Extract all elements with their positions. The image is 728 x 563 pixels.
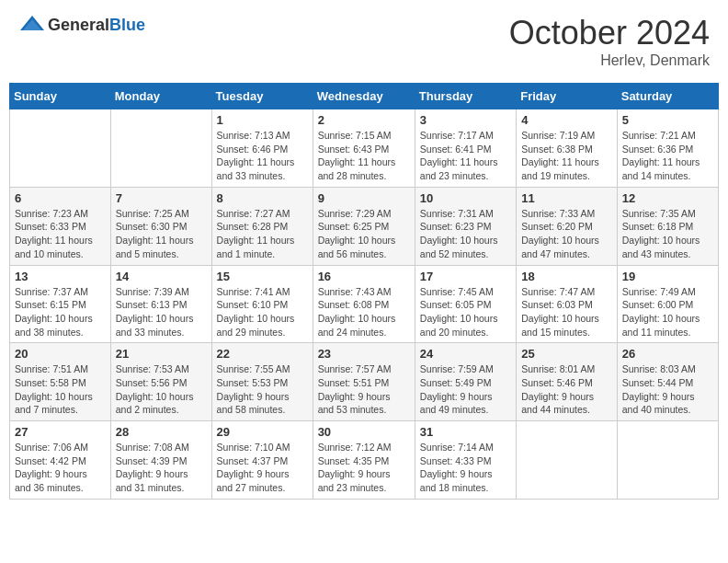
day-number: 10 (420, 191, 511, 205)
calendar-cell: 31Sunrise: 7:14 AM Sunset: 4:33 PM Dayli… (415, 421, 516, 500)
day-info: Sunrise: 7:53 AM Sunset: 5:56 PM Dayligh… (116, 362, 207, 417)
day-info: Sunrise: 7:29 AM Sunset: 6:25 PM Dayligh… (318, 207, 410, 261)
day-info: Sunrise: 7:35 AM Sunset: 6:18 PM Dayligh… (622, 207, 713, 261)
calendar-cell: 12Sunrise: 7:35 AM Sunset: 6:18 PM Dayli… (617, 187, 718, 265)
calendar-cell: 27Sunrise: 7:06 AM Sunset: 4:42 PM Dayli… (10, 421, 111, 500)
day-number: 25 (521, 347, 612, 361)
logo-text: GeneralBlue (48, 16, 145, 35)
calendar-cell: 22Sunrise: 7:55 AM Sunset: 5:53 PM Dayli… (211, 343, 313, 421)
weekday-header-saturday: Saturday (617, 84, 718, 109)
calendar-cell: 4Sunrise: 7:19 AM Sunset: 6:38 PM Daylig… (517, 109, 618, 188)
day-info: Sunrise: 7:59 AM Sunset: 5:49 PM Dayligh… (420, 362, 511, 417)
day-info: Sunrise: 7:55 AM Sunset: 5:53 PM Dayligh… (217, 362, 308, 417)
calendar-table: SundayMondayTuesdayWednesdayThursdayFrid… (9, 83, 719, 500)
day-number: 20 (15, 347, 106, 361)
calendar-week-4: 20Sunrise: 7:51 AM Sunset: 5:58 PM Dayli… (10, 343, 719, 421)
day-info: Sunrise: 7:45 AM Sunset: 6:05 PM Dayligh… (420, 285, 511, 339)
day-number: 1 (217, 113, 308, 127)
calendar-header-row: SundayMondayTuesdayWednesdayThursdayFrid… (10, 84, 719, 109)
day-number: 13 (15, 270, 106, 283)
calendar-cell: 21Sunrise: 7:53 AM Sunset: 5:56 PM Dayli… (110, 343, 211, 421)
day-info: Sunrise: 7:06 AM Sunset: 4:42 PM Dayligh… (15, 441, 106, 495)
location: Herlev, Denmark (509, 52, 710, 69)
weekday-header-tuesday: Tuesday (211, 84, 313, 109)
day-number: 5 (622, 113, 713, 127)
day-info: Sunrise: 7:10 AM Sunset: 4:37 PM Dayligh… (217, 441, 308, 495)
weekday-header-wednesday: Wednesday (313, 84, 415, 109)
calendar-cell: 26Sunrise: 8:03 AM Sunset: 5:44 PM Dayli… (617, 343, 718, 421)
day-info: Sunrise: 7:49 AM Sunset: 6:00 PM Dayligh… (622, 285, 713, 339)
calendar-cell: 17Sunrise: 7:45 AM Sunset: 6:05 PM Dayli… (415, 265, 516, 343)
calendar-cell: 15Sunrise: 7:41 AM Sunset: 6:10 PM Dayli… (211, 265, 313, 343)
calendar-week-2: 6Sunrise: 7:23 AM Sunset: 6:33 PM Daylig… (10, 187, 719, 265)
calendar-cell (617, 421, 718, 500)
calendar-cell: 18Sunrise: 7:47 AM Sunset: 6:03 PM Dayli… (517, 265, 618, 343)
day-info: Sunrise: 7:57 AM Sunset: 5:51 PM Dayligh… (318, 362, 410, 417)
calendar-cell: 8Sunrise: 7:27 AM Sunset: 6:28 PM Daylig… (211, 187, 313, 265)
calendar-cell: 16Sunrise: 7:43 AM Sunset: 6:08 PM Dayli… (313, 265, 415, 343)
day-number: 3 (420, 113, 511, 127)
day-number: 6 (15, 191, 106, 205)
day-info: Sunrise: 7:25 AM Sunset: 6:30 PM Dayligh… (116, 207, 207, 261)
day-info: Sunrise: 7:39 AM Sunset: 6:13 PM Dayligh… (116, 285, 207, 339)
day-number: 29 (217, 425, 308, 439)
day-number: 7 (116, 191, 207, 205)
day-number: 16 (318, 270, 410, 283)
day-info: Sunrise: 7:13 AM Sunset: 6:46 PM Dayligh… (217, 129, 308, 183)
calendar-week-1: 1Sunrise: 7:13 AM Sunset: 6:46 PM Daylig… (10, 109, 719, 188)
day-number: 21 (116, 347, 207, 361)
calendar-cell (517, 421, 618, 500)
weekday-header-thursday: Thursday (415, 84, 516, 109)
day-number: 30 (318, 425, 410, 439)
calendar-cell: 19Sunrise: 7:49 AM Sunset: 6:00 PM Dayli… (617, 265, 718, 343)
calendar-cell: 23Sunrise: 7:57 AM Sunset: 5:51 PM Dayli… (313, 343, 415, 421)
day-info: Sunrise: 7:41 AM Sunset: 6:10 PM Dayligh… (217, 285, 308, 339)
day-number: 2 (318, 113, 410, 127)
day-number: 14 (116, 270, 207, 283)
weekday-header-monday: Monday (110, 84, 211, 109)
day-info: Sunrise: 7:51 AM Sunset: 5:58 PM Dayligh… (15, 362, 106, 417)
day-number: 11 (521, 191, 612, 205)
calendar-cell: 3Sunrise: 7:17 AM Sunset: 6:41 PM Daylig… (415, 109, 516, 188)
calendar-cell (110, 109, 211, 188)
day-number: 18 (521, 270, 612, 283)
day-info: Sunrise: 7:12 AM Sunset: 4:35 PM Dayligh… (318, 441, 410, 495)
day-number: 26 (622, 347, 713, 361)
calendar-cell: 24Sunrise: 7:59 AM Sunset: 5:49 PM Dayli… (415, 343, 516, 421)
calendar-cell (10, 109, 111, 188)
day-number: 23 (318, 347, 410, 361)
day-info: Sunrise: 7:33 AM Sunset: 6:20 PM Dayligh… (521, 207, 612, 261)
day-number: 17 (420, 270, 511, 283)
calendar-cell: 9Sunrise: 7:29 AM Sunset: 6:25 PM Daylig… (313, 187, 415, 265)
calendar-cell: 28Sunrise: 7:08 AM Sunset: 4:39 PM Dayli… (110, 421, 211, 500)
title-block: October 2024 Herlev, Denmark (509, 14, 710, 69)
month-title: October 2024 (509, 14, 710, 52)
day-number: 15 (217, 270, 308, 283)
day-number: 24 (420, 347, 511, 361)
day-info: Sunrise: 7:31 AM Sunset: 6:23 PM Dayligh… (420, 207, 511, 261)
calendar-week-5: 27Sunrise: 7:06 AM Sunset: 4:42 PM Dayli… (10, 421, 719, 500)
calendar-cell: 14Sunrise: 7:39 AM Sunset: 6:13 PM Dayli… (110, 265, 211, 343)
calendar-cell: 1Sunrise: 7:13 AM Sunset: 6:46 PM Daylig… (211, 109, 313, 188)
calendar-cell: 29Sunrise: 7:10 AM Sunset: 4:37 PM Dayli… (211, 421, 313, 500)
logo: GeneralBlue (18, 14, 145, 36)
calendar-cell: 13Sunrise: 7:37 AM Sunset: 6:15 PM Dayli… (10, 265, 111, 343)
day-info: Sunrise: 7:08 AM Sunset: 4:39 PM Dayligh… (116, 441, 207, 495)
weekday-header-sunday: Sunday (10, 84, 111, 109)
calendar-cell: 30Sunrise: 7:12 AM Sunset: 4:35 PM Dayli… (313, 421, 415, 500)
calendar-cell: 11Sunrise: 7:33 AM Sunset: 6:20 PM Dayli… (517, 187, 618, 265)
day-info: Sunrise: 7:21 AM Sunset: 6:36 PM Dayligh… (622, 129, 713, 183)
calendar-cell: 10Sunrise: 7:31 AM Sunset: 6:23 PM Dayli… (415, 187, 516, 265)
day-info: Sunrise: 7:14 AM Sunset: 4:33 PM Dayligh… (420, 441, 511, 495)
calendar-cell: 25Sunrise: 8:01 AM Sunset: 5:46 PM Dayli… (517, 343, 618, 421)
day-info: Sunrise: 7:17 AM Sunset: 6:41 PM Dayligh… (420, 129, 511, 183)
day-info: Sunrise: 7:15 AM Sunset: 6:43 PM Dayligh… (318, 129, 410, 183)
day-number: 12 (622, 191, 713, 205)
day-info: Sunrise: 7:27 AM Sunset: 6:28 PM Dayligh… (217, 207, 308, 261)
day-number: 31 (420, 425, 511, 439)
day-number: 4 (521, 113, 612, 127)
day-number: 9 (318, 191, 410, 205)
day-number: 27 (15, 425, 106, 439)
calendar-cell: 20Sunrise: 7:51 AM Sunset: 5:58 PM Dayli… (10, 343, 111, 421)
day-info: Sunrise: 7:23 AM Sunset: 6:33 PM Dayligh… (15, 207, 106, 261)
